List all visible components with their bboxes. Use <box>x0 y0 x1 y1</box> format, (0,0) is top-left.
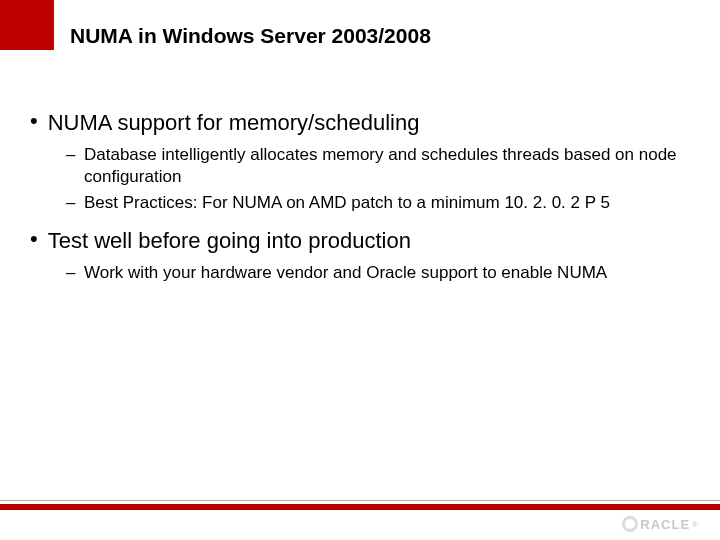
list-item: • Test well before going into production… <box>30 228 680 284</box>
bullet-icon: • <box>30 110 38 132</box>
dash-icon: – <box>66 192 76 214</box>
bullet-icon: • <box>30 228 38 250</box>
dash-icon: – <box>66 262 76 284</box>
accent-block <box>0 0 54 50</box>
list-item: – Best Practices: For NUMA on AMD patch … <box>66 192 680 214</box>
sub-list: – Database intelligently allocates memor… <box>66 144 680 214</box>
oracle-o-icon <box>622 516 638 532</box>
bullet-list: • NUMA support for memory/scheduling – D… <box>30 110 680 284</box>
slide: NUMA in Windows Server 2003/2008 • NUMA … <box>0 0 720 540</box>
footer-bar <box>0 504 720 510</box>
sub-text: Work with your hardware vendor and Oracl… <box>84 262 607 284</box>
slide-title: NUMA in Windows Server 2003/2008 <box>70 24 431 48</box>
sub-text: Database intelligently allocates memory … <box>84 144 680 188</box>
list-item: – Work with your hardware vendor and Ora… <box>66 262 680 284</box>
dash-icon: – <box>66 144 76 166</box>
list-item: • NUMA support for memory/scheduling – D… <box>30 110 680 214</box>
bullet-text: Test well before going into production <box>48 228 411 254</box>
footer-divider <box>0 500 720 501</box>
oracle-logo-text: RACLE <box>640 517 690 532</box>
sub-list: – Work with your hardware vendor and Ora… <box>66 262 680 284</box>
oracle-logo: RACLE ® <box>622 516 698 532</box>
slide-content: • NUMA support for memory/scheduling – D… <box>30 110 680 298</box>
list-item: – Database intelligently allocates memor… <box>66 144 680 188</box>
sub-text: Best Practices: For NUMA on AMD patch to… <box>84 192 610 214</box>
bullet-text: NUMA support for memory/scheduling <box>48 110 420 136</box>
registered-mark: ® <box>692 520 698 529</box>
